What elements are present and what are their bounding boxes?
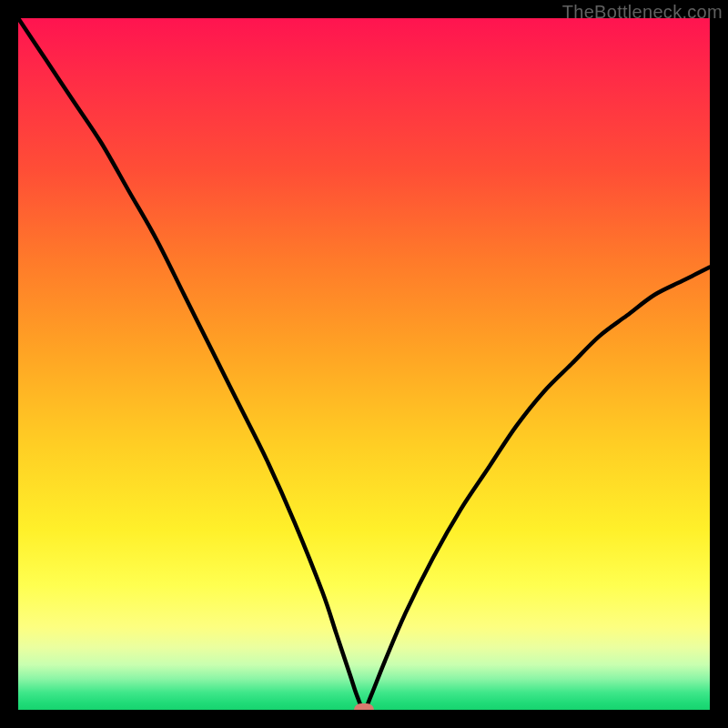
chart-frame: TheBottleneck.com <box>0 0 728 728</box>
watermark-text: TheBottleneck.com <box>562 2 723 23</box>
bottleneck-curve <box>18 18 710 710</box>
plot-area <box>18 18 710 710</box>
minimum-marker <box>354 703 374 710</box>
